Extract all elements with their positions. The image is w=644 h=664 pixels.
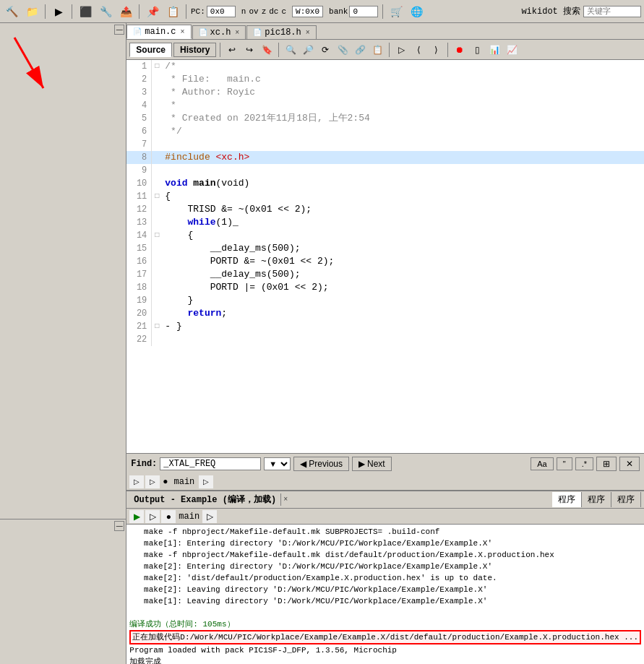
sep-1 — [45, 4, 46, 19]
out-nav-btn-3[interactable]: ▷ — [202, 510, 217, 523]
output-line-4: make[2]: Entering directory 'D:/Work/MCU… — [129, 561, 641, 572]
wikidot-search-input[interactable] — [583, 6, 641, 17]
toolbar-btn-6[interactable]: 📌 — [144, 3, 161, 20]
find-options-btn-3[interactable]: .* — [575, 457, 593, 470]
run-btn[interactable]: ▶ — [50, 3, 67, 20]
code-line-5: 5 * Created on 2021年11月18日, 上午2:54 — [126, 112, 644, 125]
collapse-left-bottom-btn[interactable]: — — [114, 521, 124, 531]
find-dropdown[interactable]: ▼ — [264, 457, 291, 470]
find-input[interactable] — [160, 457, 261, 470]
find-options-btn-2[interactable]: " — [557, 457, 572, 470]
output-toolbar: ▶ ▷ ● main ▷ — [126, 509, 644, 525]
tab-xc-h[interactable]: 📄 xc.h × — [192, 25, 246, 39]
src-sep-3 — [389, 43, 390, 57]
output-tab-2[interactable]: 程序 — [582, 492, 611, 507]
output-tab-1[interactable]: 程序 — [552, 492, 582, 507]
toolbar-btn-4[interactable]: 🔧 — [97, 3, 114, 20]
toolbar-btn-2[interactable]: 📁 — [23, 3, 40, 20]
cart-icon[interactable]: 🛒 — [387, 3, 405, 20]
bank-label: bank — [329, 7, 348, 16]
left-panel: — — — [0, 23, 126, 664]
src-btn-2[interactable]: ↪ — [241, 42, 257, 58]
pc-display: PC: 0x0 n ov z dc c W:0x0 bank 0 — [191, 6, 378, 17]
left-panel-bottom: — — [0, 519, 126, 664]
code-line-13: 13 while(1)_ — [126, 216, 644, 229]
find-options-btn-1[interactable]: Aa — [531, 457, 553, 470]
src-btn-3[interactable]: 🔖 — [259, 42, 275, 58]
tab-close-pic18[interactable]: × — [306, 29, 310, 37]
prev-label: Previous — [309, 459, 343, 469]
code-line-14: 14 □ { — [126, 229, 644, 242]
code-line-4: 4 * — [126, 99, 644, 112]
output-line-8 — [129, 607, 641, 618]
tab-close-xch[interactable]: × — [235, 29, 239, 37]
find-options-btn-5[interactable]: ✕ — [619, 457, 640, 471]
src-btn-8[interactable]: 🔗 — [352, 42, 368, 58]
src-btn-13[interactable]: ▯ — [469, 42, 485, 58]
src-btn-4[interactable]: 🔍 — [283, 42, 299, 58]
dc-label: dc — [269, 7, 278, 16]
src-btn-1[interactable]: ↩ — [224, 42, 240, 58]
src-btn-14[interactable]: 📊 — [486, 42, 502, 58]
code-line-1: 1 □ /* — [126, 60, 644, 73]
wikidot-label: wikidot 搜索 — [521, 5, 580, 17]
globe-icon[interactable]: 🌐 — [408, 3, 425, 20]
toolbar-btn-3[interactable]: ⬛ — [77, 3, 94, 20]
code-line-16: 16 PORTD &= ~(0x01 << 2); — [126, 255, 644, 268]
collapse-left-top-btn[interactable]: — — [114, 25, 124, 35]
file-icon-main: 📄 — [133, 27, 142, 36]
next-label: Next — [367, 459, 385, 469]
w-value: W:0x0 — [292, 6, 323, 17]
source-tab-btn[interactable]: Source — [129, 43, 172, 57]
c-label: c — [281, 7, 286, 16]
nav-forward-btn[interactable]: ▷ — [145, 475, 160, 488]
code-line-6: 6 */ — [126, 125, 644, 138]
right-panel: 📄 main.c × 📄 xc.h × 📄 pic18.h × Source H… — [126, 23, 644, 664]
output-line-9: 编译成功（总时间: 105ms） — [129, 618, 641, 630]
toolbar-btn-5[interactable]: 📤 — [117, 3, 134, 20]
src-btn-11[interactable]: ⟨ — [411, 42, 426, 58]
src-btn-10[interactable]: ▷ — [393, 42, 409, 58]
out-nav-btn-2[interactable]: ● — [161, 510, 176, 523]
out-run-btn[interactable]: ▶ — [129, 510, 144, 523]
tab-close-main[interactable]: × — [181, 28, 185, 36]
nav-back-btn[interactable]: ▷ — [129, 475, 144, 488]
src-btn-5[interactable]: 🔎 — [300, 42, 316, 58]
output-close-btn[interactable]: × — [283, 496, 288, 504]
code-line-9: 9 — [126, 164, 644, 177]
src-btn-rec[interactable]: ⏺ — [452, 42, 468, 58]
code-line-18: 18 PORTD |= (0x01 << 2); — [126, 281, 644, 294]
code-line-11: 11 □ { — [126, 190, 644, 203]
toolbar-btn-7[interactable]: 📋 — [164, 3, 181, 20]
output-tab-3[interactable]: 程序 — [611, 492, 641, 507]
output-line-10: 正在加载代码D:/Work/MCU/PIC/Workplace/Example/… — [129, 630, 641, 644]
tab-pic18-h[interactable]: 📄 pic18.h × — [246, 25, 316, 39]
out-nav-btn-1[interactable]: ▷ — [145, 510, 160, 523]
find-options-btn-4[interactable]: ⊞ — [596, 457, 617, 471]
sep-5 — [382, 4, 383, 19]
src-btn-9[interactable]: 📋 — [369, 42, 385, 58]
prev-icon: ◀ — [300, 459, 306, 469]
output-header: Output - Example (编译，加载) × 程序 程序 程序 — [126, 491, 644, 509]
tab-main-c[interactable]: 📄 main.c × — [126, 25, 191, 39]
src-btn-7[interactable]: 📎 — [335, 42, 351, 58]
src-btn-6[interactable]: ⟳ — [317, 42, 333, 58]
prev-button[interactable]: ◀ Previous — [293, 457, 349, 471]
code-area: 1 □ /* 2 * File: main.c 3 * Author: Royi… — [126, 60, 644, 453]
nav-chevron-btn[interactable]: ▷ — [199, 475, 213, 488]
pc-value: 0x0 — [207, 6, 236, 17]
src-btn-15[interactable]: 📈 — [504, 42, 520, 58]
nav-main-label: main — [171, 477, 198, 487]
output-line-2: make[1]: Entering directory 'D:/Work/MCU… — [129, 538, 641, 549]
code-line-2: 2 * File: main.c — [126, 73, 644, 86]
n-label: n — [241, 7, 246, 16]
tab-label-pic18: pic18.h — [265, 27, 301, 38]
toolbar-btn-1[interactable]: 🔨 — [3, 3, 20, 20]
ov-label: ov — [249, 7, 258, 16]
src-btn-12[interactable]: ⟩ — [428, 42, 444, 58]
nav-bar: ▷ ▷ ● main ▷ — [126, 473, 644, 491]
tab-label-main: main.c — [145, 27, 176, 37]
next-button[interactable]: ▶ Next — [352, 457, 392, 471]
history-tab-btn[interactable]: History — [173, 43, 216, 57]
pc-label: PC: — [191, 7, 205, 16]
